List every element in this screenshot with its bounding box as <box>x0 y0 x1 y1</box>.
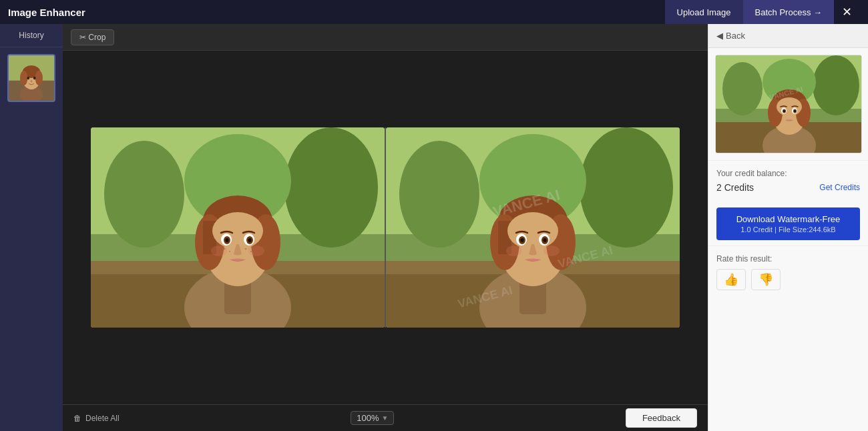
svg-point-27 <box>212 212 263 250</box>
back-chevron-icon: ◀ <box>716 31 723 41</box>
zoom-arrow-icon: ▼ <box>381 414 388 422</box>
credit-section: Your credit balance: 2 Credits Get Credi… <box>708 160 868 207</box>
svg-point-69 <box>722 62 763 115</box>
header-left: Image Enhancer <box>8 7 85 18</box>
canvas-area: ✂ Crop <box>63 24 708 431</box>
credit-count: 2 Credits <box>716 182 754 193</box>
canvas-content: VANCE AI VANCE AI VANCE AI <box>63 51 708 404</box>
svg-point-7 <box>20 71 27 86</box>
download-label: Download Watermark-Free <box>723 214 853 224</box>
svg-point-70 <box>813 55 859 115</box>
thumb-image <box>9 55 54 101</box>
original-image <box>91 127 385 328</box>
svg-point-11 <box>31 80 33 83</box>
svg-point-61 <box>544 238 547 242</box>
upload-image-button[interactable]: Upload Image <box>665 0 743 24</box>
close-button[interactable]: ✕ <box>834 0 860 24</box>
rate-section: Rate this result: 👍 👎 <box>708 246 868 298</box>
svg-point-35 <box>248 246 264 256</box>
svg-point-36 <box>224 248 225 250</box>
enhanced-image: VANCE AI VANCE AI VANCE AI <box>386 127 680 328</box>
delete-all-button[interactable]: 🗑 Delete All <box>73 414 120 423</box>
history-tab[interactable]: History <box>0 24 63 47</box>
svg-point-84 <box>783 110 785 112</box>
svg-point-63 <box>544 246 560 256</box>
svg-point-85 <box>794 110 795 112</box>
header-right: Upload Image Batch Process → ✕ <box>665 0 860 24</box>
svg-point-60 <box>521 238 524 242</box>
svg-point-15 <box>284 127 378 248</box>
thumb-face-illustration <box>9 55 54 101</box>
svg-point-34 <box>211 246 227 256</box>
right-panel-header: ◀ Back <box>708 24 868 48</box>
svg-point-14 <box>104 141 184 248</box>
back-button[interactable]: ◀ Back <box>716 31 745 41</box>
trash-icon: 🗑 <box>73 414 81 423</box>
rate-buttons: 👍 👎 <box>716 269 860 290</box>
result-preview-image: VANCE AI <box>715 55 862 153</box>
svg-point-55 <box>507 212 558 250</box>
canvas-toolbar: ✂ Crop <box>63 24 708 51</box>
enhanced-image-panel: VANCE AI VANCE AI VANCE AI <box>386 127 680 328</box>
bottom-bar: 🗑 Delete All 100% ▼ Feedback <box>63 404 708 431</box>
zoom-control[interactable]: 100% ▼ <box>351 411 394 425</box>
svg-point-43 <box>580 127 673 248</box>
batch-process-button[interactable]: Batch Process → <box>743 0 834 24</box>
original-image-panel <box>91 127 385 328</box>
svg-point-38 <box>245 248 246 250</box>
zoom-value: 100% <box>357 413 379 423</box>
get-credits-link[interactable]: Get Credits <box>819 183 860 192</box>
main-area: History <box>0 24 868 431</box>
svg-point-9 <box>27 77 29 80</box>
thumbs-up-button[interactable]: 👍 <box>716 269 746 290</box>
thumbs-down-button[interactable]: 👎 <box>751 269 781 290</box>
right-panel: ◀ Back <box>708 24 868 431</box>
svg-point-37 <box>229 251 230 252</box>
svg-point-42 <box>399 141 479 248</box>
app-title: Image Enhancer <box>8 7 85 18</box>
svg-point-39 <box>250 251 252 252</box>
crop-button[interactable]: ✂ Crop <box>71 29 114 45</box>
feedback-button[interactable]: Feedback <box>626 408 697 428</box>
preview-illustration: VANCE AI <box>716 55 862 153</box>
rate-label: Rate this result: <box>716 254 860 264</box>
sidebar: History <box>0 24 63 431</box>
download-sub-label: 1.0 Credit | File Size:244.6kB <box>723 226 853 234</box>
credit-balance-label: Your credit balance: <box>716 169 860 178</box>
svg-point-33 <box>248 238 252 242</box>
download-button[interactable]: Download Watermark-Free 1.0 Credit | Fil… <box>716 207 860 240</box>
credit-row: 2 Credits Get Credits <box>716 182 860 193</box>
delete-all-label: Delete All <box>85 414 120 423</box>
svg-point-8 <box>35 71 43 86</box>
svg-point-62 <box>506 246 522 256</box>
svg-point-32 <box>226 238 229 242</box>
back-label: Back <box>726 31 745 41</box>
app-header: Image Enhancer Upload Image Batch Proces… <box>0 0 868 24</box>
history-thumbnail[interactable] <box>7 54 55 102</box>
svg-point-10 <box>33 77 36 80</box>
